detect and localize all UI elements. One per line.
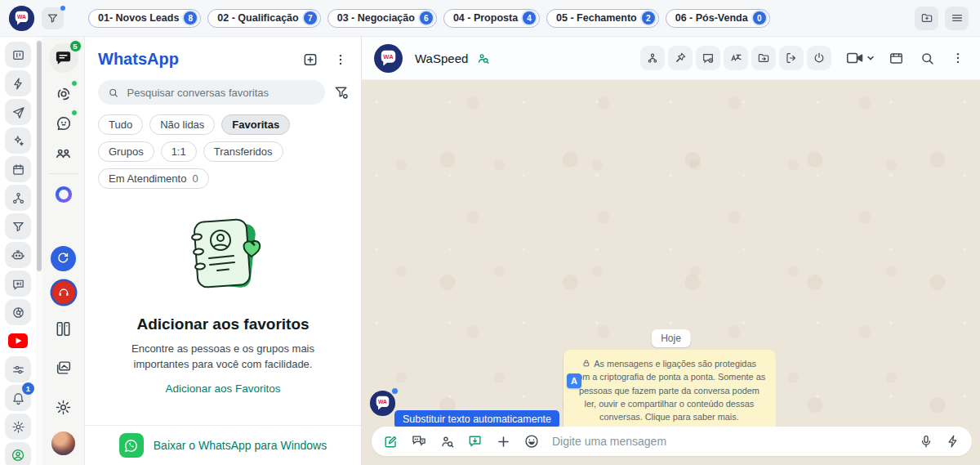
stage-qualificacao[interactable]: 02 - Qualificação7 — [207, 9, 320, 28]
person-circle-icon — [11, 448, 25, 463]
media-gallery-button[interactable] — [49, 353, 78, 382]
chip-tudo[interactable]: Tudo — [98, 114, 143, 135]
chat-download-icon — [467, 433, 483, 449]
sidebar-scrollbar[interactable] — [36, 37, 42, 465]
favorites-illustration — [175, 216, 271, 294]
voice-message-button[interactable] — [919, 434, 933, 449]
inbox-badge: 5 — [69, 40, 82, 52]
quick-chats-button[interactable] — [411, 433, 427, 449]
video-call-button[interactable] — [844, 46, 875, 70]
export-chat-button[interactable] — [779, 46, 804, 70]
chat-menu-button[interactable] — [947, 46, 969, 70]
channel-contacts-button[interactable] — [49, 138, 78, 168]
sidebar-ai-button[interactable] — [5, 127, 31, 154]
panel-toggle-button[interactable] — [885, 46, 906, 70]
channel-chats-button[interactable] — [49, 109, 78, 138]
filter-button[interactable] — [42, 7, 64, 29]
stage-fechamento[interactable]: 05 - Fechamento2 — [546, 9, 659, 28]
user-avatar[interactable] — [51, 431, 75, 455]
lock-icon — [582, 359, 590, 368]
calendar-icon — [11, 163, 25, 177]
download-whatsapp-row[interactable]: Baixar o WhatsApp para Windows — [85, 425, 361, 465]
person-search-icon — [476, 51, 490, 65]
chip-favoritas[interactable]: Favoritas — [221, 114, 290, 135]
bell-icon — [11, 391, 25, 405]
stage-negociacao[interactable]: 03 - Negociação6 — [327, 9, 437, 28]
send-icon — [11, 105, 25, 119]
sidebar-quick-reply-button[interactable] — [5, 271, 31, 297]
contact-lookup-button[interactable] — [439, 434, 455, 449]
support-button[interactable] — [52, 281, 75, 304]
saved-replies-button[interactable] — [467, 433, 483, 449]
funnel-icon — [11, 220, 25, 234]
new-folder-button[interactable] — [915, 7, 938, 30]
forward-folder-button[interactable] — [751, 46, 776, 70]
sidebar-notifications-button[interactable]: 1 — [5, 385, 31, 411]
chip-1-1[interactable]: 1:1 — [161, 141, 197, 162]
sidebar-kanban-button[interactable] — [5, 42, 31, 68]
contact-avatar[interactable]: WA — [373, 43, 403, 74]
sidebar-preferences-button[interactable] — [5, 356, 31, 382]
sidebar-calendar-button[interactable] — [5, 156, 31, 182]
attach-button[interactable] — [496, 434, 511, 449]
contact-name[interactable]: WaSpeed — [415, 51, 468, 65]
sidebar-broadcast-button[interactable] — [5, 99, 31, 125]
add-favorites-link[interactable]: Adicionar aos Favoritos — [165, 382, 280, 395]
channel-inbox-button[interactable]: 5 — [49, 43, 78, 73]
whatsapp-bubble-icon — [123, 438, 139, 454]
floating-app-logo[interactable]: WA — [369, 390, 396, 417]
hierarchy-person-icon — [646, 51, 659, 65]
assign-funnel-button[interactable] — [640, 46, 665, 70]
search-in-chat-button[interactable] — [916, 46, 938, 70]
favorites-empty-state: Adicionar aos favoritos Encontre as pess… — [85, 186, 361, 425]
search-filter-button[interactable] — [333, 84, 350, 101]
new-chat-button[interactable] — [302, 51, 318, 68]
inbox-icon — [54, 49, 73, 68]
pin-chat-button[interactable] — [668, 46, 693, 70]
menu-button[interactable] — [945, 7, 969, 30]
compose-button[interactable] — [383, 434, 399, 449]
sidebar-settings-button[interactable] — [5, 414, 31, 440]
scrollbar-thumb[interactable] — [37, 41, 42, 271]
rail-settings-button[interactable] — [49, 392, 78, 422]
rail-divider — [49, 173, 78, 174]
end-session-button[interactable] — [807, 46, 831, 70]
emoji-button[interactable] — [523, 433, 540, 449]
sidebar-funnel-button[interactable] — [5, 213, 31, 239]
download-whatsapp-link[interactable]: Baixar o WhatsApp para Windows — [154, 439, 327, 452]
notifications-badge: 1 — [22, 382, 34, 395]
message-input[interactable] — [552, 435, 906, 448]
sidebar-capture-button[interactable] — [5, 299, 31, 325]
contact-search-icon[interactable] — [476, 51, 490, 65]
date-divider: Hoje — [651, 329, 691, 347]
emoji-icon — [523, 433, 540, 449]
encryption-notice[interactable]: As mensagens e ligações são protegidas c… — [563, 350, 775, 431]
translate-button[interactable] — [724, 46, 748, 70]
search-input[interactable] — [127, 87, 315, 99]
stage-pos-venda[interactable]: 06 - Pós-Venda0 — [666, 9, 770, 28]
translate-overlay-button[interactable]: A — [567, 373, 581, 388]
stage-label: 01- Novos Leads — [98, 12, 179, 24]
kanban-view-button[interactable] — [49, 314, 78, 343]
sidebar-bot-button[interactable] — [5, 242, 31, 268]
stage-proposta[interactable]: 04 - Proposta4 — [443, 9, 540, 28]
stage-label: 04 - Proposta — [453, 12, 518, 24]
sidebar-automation-button[interactable] — [5, 70, 31, 96]
panel-menu-button[interactable] — [333, 52, 348, 67]
sidebar-flow-button[interactable] — [5, 185, 31, 211]
search-bar[interactable] — [98, 80, 325, 105]
quick-actions-button[interactable] — [946, 434, 960, 449]
channel-status-button[interactable] — [49, 79, 78, 109]
chip-transferidos[interactable]: Transferidos — [203, 141, 283, 162]
sidebar-account-button[interactable] — [5, 442, 31, 465]
chip-nao-lidas[interactable]: Não lidas — [149, 114, 215, 135]
chip-grupos[interactable]: Grupos — [98, 141, 154, 162]
stage-novos-leads[interactable]: 01- Novos Leads8 — [88, 9, 201, 28]
app-logo[interactable]: WA — [8, 5, 35, 32]
scheduled-messages-button[interactable] — [696, 46, 720, 70]
sidebar-youtube-button[interactable] — [5, 328, 31, 354]
sync-button[interactable] — [51, 246, 76, 271]
hamburger-icon — [951, 11, 964, 25]
whatsapp-logo-icon — [119, 433, 144, 458]
pipeline-stages: 01- Novos Leads8 02 - Qualificação7 03 -… — [88, 9, 770, 28]
